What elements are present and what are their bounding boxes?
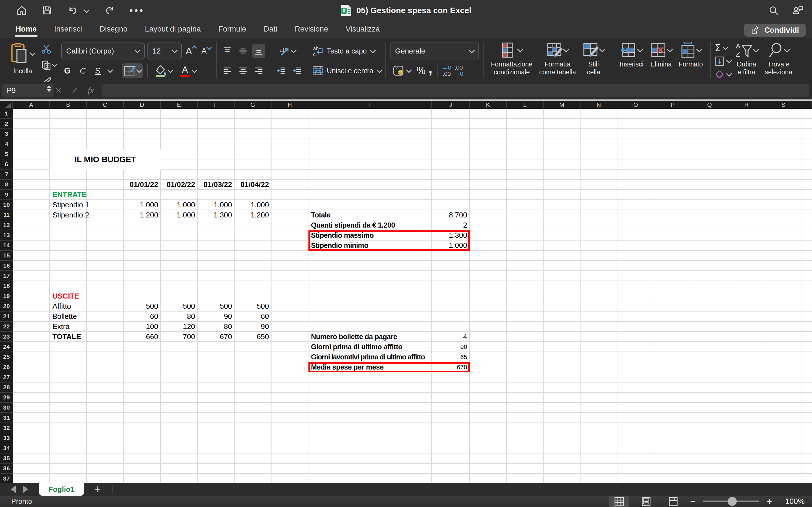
fill-color-button[interactable] [152, 63, 174, 78]
cancel-entry-icon[interactable]: ✕ [55, 86, 62, 95]
cell-E20[interactable]: 500 [161, 301, 198, 312]
cell-G20[interactable]: 500 [235, 301, 271, 312]
column-header-L[interactable]: L [507, 101, 544, 109]
zoom-slider-thumb[interactable] [728, 497, 737, 506]
column-header-M[interactable]: M [544, 101, 580, 109]
name-box-stepper[interactable] [47, 86, 51, 92]
cell-F11[interactable]: 1.300 [198, 210, 235, 220]
row-header-36[interactable]: 36 [0, 464, 13, 474]
column-header-A[interactable]: A [13, 101, 50, 109]
autosum-button[interactable]: Σ [715, 42, 731, 54]
search-icon[interactable] [768, 5, 779, 16]
undo-chevron-icon[interactable] [84, 7, 90, 13]
cell-E8[interactable]: 01/02/22 [161, 180, 198, 190]
grow-font-button[interactable]: A [185, 46, 197, 57]
align-right-button[interactable] [252, 63, 265, 78]
paste-button[interactable]: Incolla [7, 41, 38, 75]
cell-F8[interactable]: 01/03/22 [198, 180, 235, 190]
cell-J11[interactable]: 8.700 [432, 210, 470, 220]
cell-E21[interactable]: 80 [161, 312, 198, 322]
column-header-J[interactable]: J [432, 101, 470, 109]
clear-button[interactable] [715, 68, 731, 80]
row-header-35[interactable]: 35 [0, 453, 13, 464]
zoom-out-button[interactable]: − [691, 496, 696, 507]
percent-style-button[interactable]: % [416, 65, 425, 76]
row-header-4[interactable]: 4 [0, 139, 13, 149]
row-header-26[interactable]: 26 [0, 362, 13, 372]
increase-decimal-button[interactable]: ←0 ,00 [442, 64, 451, 77]
align-center-button[interactable] [237, 63, 250, 78]
cell-G22[interactable]: 90 [235, 322, 271, 332]
cell-I24[interactable]: Giorni prima di ultimo affitto [308, 342, 432, 352]
cell-styles-button[interactable]: Stilicella [579, 41, 608, 82]
cell-J13[interactable]: 1.300 [432, 230, 470, 240]
page-layout-view-button[interactable] [637, 496, 656, 507]
column-header-K[interactable]: K [470, 101, 507, 109]
row-header-32[interactable]: 32 [0, 423, 13, 433]
cell-D23[interactable]: 660 [124, 332, 161, 342]
cell-J14[interactable]: 1.000 [432, 240, 470, 251]
delete-cells-button[interactable]: Elimina [647, 41, 675, 82]
tab-visualizza[interactable]: Visualizza [337, 21, 389, 38]
row-header-37[interactable]: 37 [0, 474, 13, 483]
bold-button[interactable]: G [61, 66, 73, 75]
tab-dati[interactable]: Dati [255, 21, 286, 38]
row-header-14[interactable]: 14 [0, 240, 13, 251]
format-as-table-button[interactable]: Formattacome tabella [536, 41, 579, 82]
cell-D21[interactable]: 60 [124, 312, 161, 322]
row-header-22[interactable]: 22 [0, 322, 13, 332]
merged-title-cell[interactable]: IL MIO BUDGET [50, 149, 161, 170]
cell-F10[interactable]: 1.000 [198, 200, 235, 210]
cell-I12[interactable]: Quanti stipendi da € 1.200 [308, 220, 432, 230]
copy-button[interactable] [40, 58, 53, 73]
cell-I23[interactable]: Numero bollette da pagare [308, 332, 432, 342]
row-header-17[interactable]: 17 [0, 271, 13, 281]
row-header-19[interactable]: 19 [0, 291, 13, 301]
normal-view-button[interactable] [609, 496, 629, 507]
cell-B10[interactable]: Stipendio 1 [50, 200, 87, 210]
cell-B23[interactable]: TOTALE [50, 332, 87, 342]
cell-F23[interactable]: 670 [198, 332, 235, 342]
cell-E10[interactable]: 1.000 [161, 200, 198, 210]
borders-button[interactable] [122, 63, 143, 78]
tab-formule[interactable]: Formule [209, 21, 255, 38]
cell-D22[interactable]: 100 [124, 322, 161, 332]
decrease-decimal-button[interactable]: ,00 →0 [454, 64, 463, 77]
sheet-tab-foglio1[interactable]: Foglio1 [39, 483, 84, 496]
find-select-button[interactable]: Trova eseleziona [762, 41, 796, 82]
cell-J24[interactable]: 90 [432, 342, 470, 352]
row-header-24[interactable]: 24 [0, 342, 13, 352]
cut-button[interactable] [40, 42, 53, 56]
row-header-2[interactable]: 2 [0, 119, 13, 129]
font-color-button[interactable]: A [177, 63, 198, 78]
confirm-entry-icon[interactable]: ✓ [71, 86, 78, 95]
tab-layout-di-pagina[interactable]: Layout di pagina [136, 21, 209, 38]
row-header-20[interactable]: 20 [0, 301, 13, 312]
row-header-9[interactable]: 9 [0, 190, 13, 200]
insert-cells-button[interactable]: Inserisci [616, 41, 647, 82]
column-header-B[interactable]: B [50, 101, 87, 109]
increase-indent-button[interactable] [291, 63, 304, 78]
font-name-select[interactable]: Calibri (Corpo) [61, 43, 145, 59]
cell-D10[interactable]: 1.000 [124, 200, 161, 210]
cell-J12[interactable]: 2 [432, 220, 470, 230]
number-format-select[interactable]: Generale [390, 43, 479, 59]
formula-input[interactable] [101, 84, 809, 97]
cell-I25[interactable]: Giorni lavorativi prima di ultimo affitt… [308, 352, 432, 362]
tab-home[interactable]: Home [7, 21, 45, 38]
decrease-indent-button[interactable] [275, 63, 288, 78]
align-top-button[interactable] [221, 44, 234, 58]
cell-B19[interactable]: USCITE [50, 291, 87, 301]
row-header-31[interactable]: 31 [0, 413, 13, 423]
name-box[interactable]: P9 [2, 84, 54, 97]
column-header-F[interactable]: F [198, 101, 235, 109]
conditional-formatting-button[interactable]: Formattazionecondizionale [488, 41, 536, 82]
cell-F22[interactable]: 80 [198, 322, 235, 332]
sort-filter-button[interactable]: AZ Ordinae filtra [731, 41, 762, 82]
column-header-G[interactable]: G [235, 101, 271, 109]
cell-J23[interactable]: 4 [432, 332, 470, 342]
save-icon[interactable] [42, 5, 52, 16]
cell-E11[interactable]: 1.000 [161, 210, 198, 220]
tab-revisione[interactable]: Revisione [286, 21, 337, 38]
sheet-nav-left-icon[interactable] [11, 486, 16, 493]
